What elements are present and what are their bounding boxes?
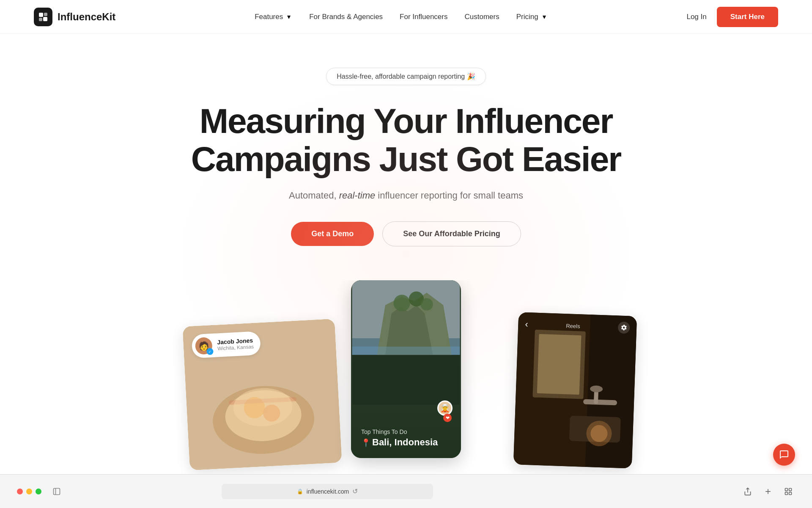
pricing-link[interactable]: Pricing	[516, 13, 538, 21]
hero-subtitle: Automated, real-time influencer reportin…	[169, 190, 643, 201]
user-info-card: 🧑 ✓ Jacob Jones Wichita, Kansas	[191, 331, 261, 358]
share-button[interactable]	[741, 485, 754, 498]
hero-section: Hassle-free, affordable campaign reporti…	[152, 34, 660, 272]
browser-dots	[17, 489, 41, 494]
lock-icon: 🔒	[297, 489, 303, 494]
navbar: InfluenceKit Features ▾ For Brands & Age…	[0, 0, 812, 34]
bali-pin-icon: 📍	[361, 439, 370, 447]
subtitle-end: influencer reporting for small teams	[375, 190, 523, 201]
svg-rect-26	[594, 391, 598, 404]
dot-green[interactable]	[36, 489, 41, 494]
start-here-button[interactable]: Start Here	[717, 7, 778, 27]
nav-links: Features ▾ For Brands & Agencies For Inf…	[255, 13, 548, 21]
bali-avatar: 🧝	[437, 400, 453, 416]
sidebar-toggle-button[interactable]	[50, 485, 63, 498]
subtitle-italic: real-time	[339, 190, 376, 201]
influencers-link[interactable]: For Influencers	[400, 13, 447, 21]
svg-rect-20	[352, 355, 460, 405]
customers-link[interactable]: Customers	[465, 13, 499, 21]
svg-point-16	[394, 295, 410, 312]
badge-text: Hassle-free, affordable campaign reporti…	[337, 72, 475, 80]
brands-link[interactable]: For Brands & Agencies	[309, 13, 383, 21]
svg-rect-37	[789, 488, 792, 491]
dot-yellow[interactable]	[26, 489, 32, 494]
chat-widget[interactable]	[773, 444, 795, 466]
subtitle-start: Automated,	[289, 190, 339, 201]
hero-title: Measuring Your Influencer Campaigns Just…	[169, 102, 643, 178]
hero-badge: Hassle-free, affordable campaign reporti…	[326, 68, 486, 85]
more-options-button[interactable]	[782, 485, 795, 498]
browser-bar: 🔒 influencekit.com ↺	[0, 474, 812, 508]
url-text: influencekit.com	[307, 488, 349, 495]
svg-rect-23	[537, 334, 582, 395]
hero-buttons: Get a Demo See Our Affordable Pricing	[169, 221, 643, 246]
camera-icon	[618, 322, 630, 334]
svg-rect-31	[54, 488, 60, 494]
bali-top-label: Top Things To Do	[361, 428, 451, 435]
back-icon: ‹	[525, 319, 528, 330]
svg-point-18	[420, 298, 433, 311]
reload-icon: ↺	[352, 487, 358, 495]
card-center: 🧝 ❤ Top Things To Do 📍Bali, Indonesia	[351, 280, 461, 458]
user-text: Jacob Jones Wichita, Kansas	[217, 337, 254, 351]
new-tab-button[interactable]	[761, 485, 775, 498]
nav-right: Log In Start Here	[686, 7, 778, 27]
svg-rect-3	[43, 17, 47, 21]
bali-heart: ❤	[443, 414, 452, 422]
bali-city: 📍Bali, Indonesia	[361, 437, 451, 448]
demo-button[interactable]: Get a Demo	[291, 222, 374, 246]
verified-badge: ✓	[206, 348, 214, 355]
reels-label: Reels	[566, 323, 580, 329]
nav-pricing[interactable]: Pricing ▾	[516, 13, 548, 21]
svg-rect-39	[789, 492, 792, 494]
card-left-bg: 🧑 ✓ Jacob Jones Wichita, Kansas	[182, 319, 342, 470]
features-link[interactable]: Features	[255, 13, 283, 21]
svg-rect-2	[39, 18, 42, 21]
svg-rect-19	[352, 347, 460, 355]
svg-rect-36	[785, 488, 788, 491]
logo-icon	[34, 8, 52, 26]
check-icon: ✓	[208, 350, 211, 353]
svg-rect-0	[39, 13, 43, 17]
svg-rect-1	[44, 13, 47, 16]
browser-right-icons	[741, 485, 795, 498]
card-right: ‹ Reels	[513, 312, 637, 469]
card-left: 🧑 ✓ Jacob Jones Wichita, Kansas	[182, 319, 342, 470]
user-location: Wichita, Kansas	[217, 344, 254, 351]
svg-rect-38	[785, 492, 788, 494]
brand-name: InfluenceKit	[58, 11, 115, 23]
avatar: 🧑 ✓	[195, 337, 213, 355]
chevron-down-icon: ▾	[285, 14, 292, 20]
svg-rect-24	[585, 315, 637, 469]
reels-bg: ‹ Reels	[513, 312, 637, 469]
dot-red[interactable]	[17, 489, 23, 494]
bali-rocks-svg	[351, 280, 461, 405]
logo[interactable]: InfluenceKit	[34, 8, 115, 26]
hero-title-line1: Measuring Your Influencer	[200, 102, 613, 140]
hero-title-line2: Campaigns Just Got Easier	[191, 140, 621, 178]
address-bar[interactable]: 🔒 influencekit.com ↺	[222, 484, 433, 499]
login-link[interactable]: Log In	[686, 13, 706, 21]
nav-features[interactable]: Features ▾	[255, 13, 292, 21]
pricing-chevron-icon: ▾	[541, 14, 548, 20]
pricing-button[interactable]: See Our Affordable Pricing	[382, 221, 521, 246]
